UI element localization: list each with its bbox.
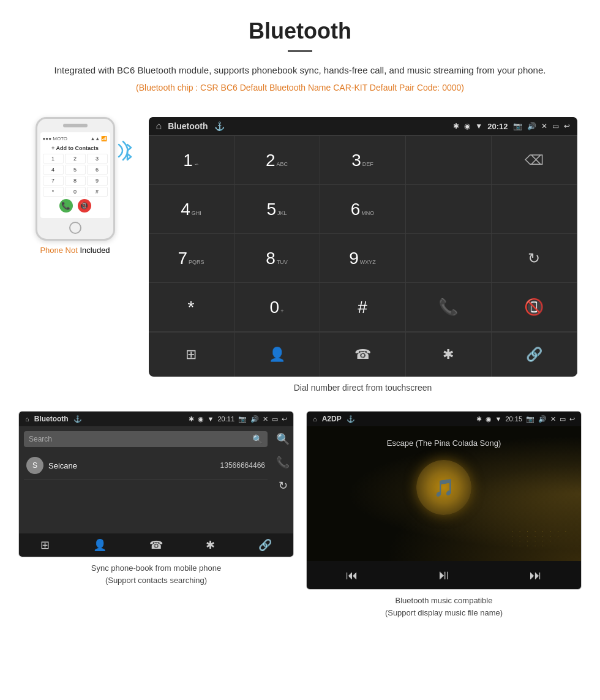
pb-bottom-phone-icon[interactable]: ☎: [149, 538, 163, 552]
dial-key-1[interactable]: 1∽: [149, 136, 234, 185]
dial-key-7[interactable]: 7PQRS: [149, 234, 234, 283]
dial-key-2[interactable]: 2ABC: [234, 136, 320, 185]
main-section: ●●● MOTO ▲▲ 📶 + Add to Contacts 1 2 3 4 …: [0, 111, 600, 405]
bottom-section: ⌂ Bluetooth ⚓ ✱ ◉ ▼ 20:11 📷 🔊 ✕ ▭ ↩: [0, 405, 600, 631]
phone-sidebar: ●●● MOTO ▲▲ 📶 + Add to Contacts 1 2 3 4 …: [18, 117, 132, 255]
dial-key-8[interactable]: 8TUV: [234, 234, 320, 283]
music-x-icon[interactable]: ✕: [550, 415, 556, 423]
pb-bottom-grid-icon[interactable]: ⊞: [40, 538, 50, 552]
bluetooth-waves-icon: [114, 135, 138, 170]
dial-key-9[interactable]: 9WXYZ: [320, 234, 406, 283]
phone-key-1: 1: [43, 154, 64, 164]
music-caption-line2: (Support display music file name): [385, 608, 503, 617]
phone-home-button: [69, 222, 81, 234]
dial-end-button[interactable]: 📵: [492, 283, 577, 332]
pb-search-bar[interactable]: Search 🔍: [24, 431, 268, 447]
music-home-icon[interactable]: ⌂: [313, 415, 317, 423]
music-vol-icon[interactable]: 🔊: [538, 415, 547, 423]
dial-key-star[interactable]: *: [149, 283, 234, 332]
music-next-button[interactable]: ⏭: [530, 568, 542, 582]
pb-cam-icon[interactable]: 📷: [238, 415, 247, 423]
music-caption-line1: Bluetooth music compatible: [396, 596, 493, 605]
dial-status-left: ⌂ Bluetooth ⚓: [156, 121, 225, 132]
phone-call-row: 📞 📵: [43, 199, 108, 213]
pb-bottom-contacts-icon[interactable]: 👤: [93, 538, 107, 552]
dial-key-5[interactable]: 5JKL: [234, 185, 320, 234]
dial-empty-4: [406, 234, 492, 283]
pb-win-icon[interactable]: ▭: [272, 415, 278, 423]
dial-key-0[interactable]: 0+: [234, 283, 320, 332]
music-loc-icon: ◉: [486, 415, 492, 423]
phone-device: ●●● MOTO ▲▲ 📶 + Add to Contacts 1 2 3 4 …: [36, 117, 115, 241]
dial-bottom-link[interactable]: 🔗: [492, 333, 577, 377]
dial-key-4[interactable]: 4GHI: [149, 185, 234, 234]
pb-back-icon[interactable]: ↩: [282, 415, 287, 423]
phone-key-4: 4: [43, 165, 64, 175]
location-icon: ◉: [464, 122, 470, 130]
phone-key-9: 9: [87, 176, 108, 186]
dial-call-button[interactable]: 📞: [406, 283, 492, 332]
dial-bottom-contacts[interactable]: 👤: [234, 333, 320, 377]
music-cam-icon[interactable]: 📷: [526, 415, 534, 423]
dial-backspace[interactable]: ⌫: [492, 136, 577, 185]
phone-screen-header: ●●● MOTO ▲▲ 📶: [43, 136, 108, 141]
music-prev-button[interactable]: ⏮: [346, 568, 358, 582]
bluetooth-status-icon: ✱: [453, 122, 459, 130]
wifi-icon: ▼: [475, 122, 482, 130]
music-play-button[interactable]: ⏯: [437, 567, 451, 583]
pb-bottom-link-icon[interactable]: 🔗: [258, 538, 272, 552]
pb-contact-name: Seicane: [48, 461, 220, 470]
volume-icon[interactable]: 🔊: [527, 122, 536, 130]
pb-caption-line1: Sync phone-book from mobile phone: [91, 563, 221, 573]
music-content: Escape (The Pina Colada Song) 🎵 · · · · …: [307, 426, 581, 561]
phone-not-included-label: Phone Not Included: [40, 246, 110, 255]
pb-time: 20:11: [217, 415, 234, 423]
pb-wifi-icon: ▼: [208, 415, 214, 423]
music-wifi-icon: ▼: [495, 415, 502, 423]
pb-contact-number: 13566664466: [220, 461, 265, 470]
page-title: Bluetooth: [37, 18, 563, 44]
phone-speaker: [63, 124, 88, 127]
dial-key-hash[interactable]: #: [320, 283, 406, 332]
dial-bottom-bluetooth[interactable]: ✱: [406, 333, 492, 377]
dial-key-3[interactable]: 3DEF: [320, 136, 406, 185]
pb-usb-icon: ⚓: [73, 415, 82, 423]
music-title: A2DP: [322, 415, 342, 423]
music-dots: · · · · · · · ·· · · · · · ·· · · · · ··…: [512, 529, 569, 549]
pb-vol-icon[interactable]: 🔊: [250, 415, 259, 423]
music-usb-icon: ⚓: [347, 415, 355, 423]
pb-title: Bluetooth: [34, 415, 69, 423]
dial-home-icon[interactable]: ⌂: [156, 121, 162, 132]
phone-call-button: 📞: [59, 199, 73, 213]
dial-refresh[interactable]: ↻: [492, 234, 577, 283]
dial-key-6[interactable]: 6MNO: [320, 185, 406, 234]
pb-action-refresh-icon[interactable]: ↻: [279, 479, 288, 492]
music-card: ⌂ A2DP ⚓ ✱ ◉ ▼ 20:15 📷 🔊 ✕ ▭ ↩: [306, 411, 582, 619]
pb-home-icon[interactable]: ⌂: [25, 415, 29, 423]
music-win-icon[interactable]: ▭: [560, 415, 566, 423]
phone-key-6: 6: [87, 165, 108, 175]
window-icon[interactable]: ▭: [552, 122, 559, 130]
pb-bottom-bt-icon[interactable]: ✱: [206, 538, 215, 552]
music-status-bar: ⌂ A2DP ⚓ ✱ ◉ ▼ 20:15 📷 🔊 ✕ ▭ ↩: [307, 412, 581, 426]
pb-action-icons: 🔍 📞 ↻: [272, 426, 293, 533]
pb-action-search-icon[interactable]: 🔍: [276, 432, 290, 446]
dial-bottom-grid[interactable]: ⊞: [149, 333, 234, 377]
phone-carrier: ●●● MOTO: [43, 136, 68, 141]
phone-dialpad: 1 2 3 4 5 6 7 8 9 * 0 #: [43, 154, 108, 197]
music-song-title: Escape (The Pina Colada Song): [387, 438, 501, 448]
music-note-icon: 🎵: [433, 478, 455, 498]
dial-bottom-phone[interactable]: ☎: [320, 333, 406, 377]
phone-key-8: 8: [65, 176, 86, 186]
phone-key-3: 3: [87, 154, 108, 164]
phone-key-hash: #: [87, 187, 108, 197]
camera-icon[interactable]: 📷: [513, 122, 522, 130]
close-icon[interactable]: ✕: [541, 122, 547, 130]
pb-action-call-icon[interactable]: 📞: [276, 456, 290, 469]
dial-empty-3: [492, 185, 577, 234]
music-back-icon[interactable]: ↩: [569, 415, 575, 423]
phone-key-7: 7: [43, 176, 64, 186]
back-icon[interactable]: ↩: [564, 122, 570, 130]
phone-screen: ●●● MOTO ▲▲ 📶 + Add to Contacts 1 2 3 4 …: [40, 132, 110, 218]
pb-x-icon[interactable]: ✕: [263, 415, 268, 423]
